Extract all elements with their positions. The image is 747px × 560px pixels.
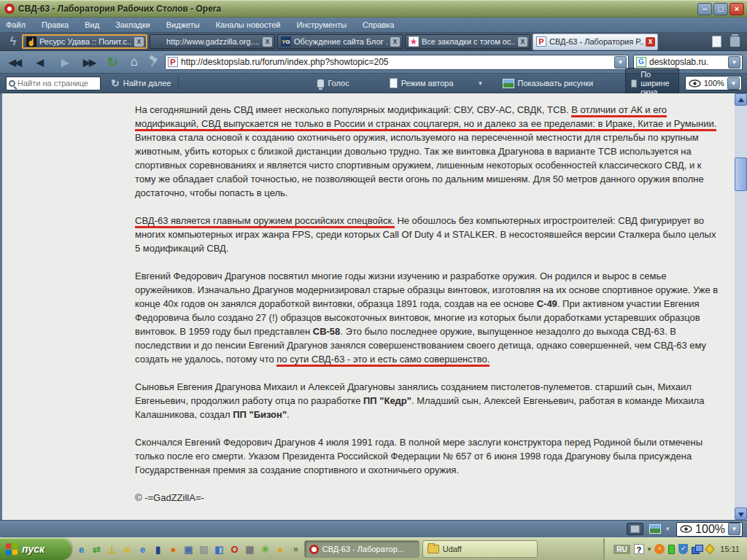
tab-svd63-active[interactable]: P СВД-63 - Лаборатория Р... x	[533, 34, 658, 50]
tab-obsuzhdenie[interactable]: YG Обсуждение сайта Блог ... x	[277, 34, 403, 49]
trash-icon[interactable]	[730, 36, 740, 47]
zoom-dropdown-icon[interactable]: ▼	[727, 77, 740, 90]
find-input[interactable]	[18, 79, 98, 88]
maximize-button[interactable]: □	[713, 3, 728, 15]
task-label: Udaff	[443, 545, 462, 553]
battery-icon[interactable]	[668, 545, 675, 554]
fit-width-label: По ширине окна	[640, 70, 673, 96]
system-tray: RU ? ▾ ‹ ✓ 15:11	[603, 538, 747, 560]
tab-close-icon[interactable]: x	[646, 37, 655, 47]
minimize-button[interactable]: –	[697, 3, 712, 15]
zoom-control-status[interactable]: 100% ▼	[676, 522, 743, 537]
start-button[interactable]: пуск	[0, 538, 71, 560]
zoom-dropdown-icon[interactable]: ▼	[728, 523, 740, 535]
author-mode-label: Режим автора	[401, 79, 454, 88]
collapse-arrow-icon[interactable]: ▾	[648, 545, 651, 553]
bold-text: ПП "Бизон"	[233, 409, 287, 420]
fast-forward-button[interactable]: ▶▶	[79, 57, 99, 68]
images-status-button[interactable]: ▼	[649, 524, 670, 534]
bookmark-star-icon: ★	[409, 36, 419, 47]
tab-label: Ресурс Удава :: Полит.с...	[39, 37, 132, 46]
scrollbar-thumb[interactable]	[735, 158, 747, 191]
firefox-icon[interactable]: ●	[166, 542, 180, 556]
help-icon[interactable]: ?	[634, 544, 644, 554]
back-button[interactable]: ◀	[29, 57, 50, 68]
tab-gadzzilla[interactable]: http://www.gadzzilla.org.... x	[150, 34, 275, 49]
quicklaunch-more-icon[interactable]: »	[290, 544, 301, 554]
quick-access-icon[interactable]: ϟ	[4, 35, 22, 48]
url-text: http://desktopslab.ru/forum/index.php?sh…	[181, 57, 614, 67]
hub-icon[interactable]: ⊥	[105, 542, 119, 556]
network-sharing-icon[interactable]: ⇄	[90, 542, 104, 556]
menu-item-2[interactable]: Правка	[42, 20, 69, 29]
hand-cursor-icon: ☝	[26, 36, 36, 47]
menu-item-7[interactable]: Инструменты	[297, 20, 347, 29]
menu-item-3[interactable]: Вид	[85, 20, 99, 29]
tab-close-icon[interactable]: x	[390, 37, 400, 47]
media-player-icon[interactable]: ▣	[182, 542, 196, 556]
tools-hammer-icon[interactable]	[147, 55, 160, 69]
dictionary-book-icon[interactable]: ▮	[151, 542, 165, 556]
tab-close-icon[interactable]: x	[263, 37, 272, 47]
opera-icon[interactable]: O	[228, 542, 241, 556]
calculator-icon[interactable]: ▦	[243, 542, 257, 556]
tab-close-icon[interactable]: x	[134, 37, 144, 47]
voice-button[interactable]: Голос	[317, 79, 349, 88]
tab-close-icon[interactable]: x	[518, 37, 527, 47]
forward-button[interactable]: ▶	[54, 57, 74, 68]
close-button[interactable]: ×	[729, 3, 744, 15]
opera-icon	[309, 545, 319, 554]
new-page-icon[interactable]	[712, 36, 721, 47]
language-indicator[interactable]: RU	[614, 545, 630, 554]
fit-width-icon	[630, 525, 640, 533]
ie-shortcut-icon[interactable]: e	[136, 542, 150, 556]
paragraph: Скончался Евгений Федорович Драгунов 4 и…	[135, 435, 723, 477]
menu-item-6[interactable]: Каналы новостей	[216, 20, 281, 29]
task-opera-svd63[interactable]: СВД-63 - Лаборатор...	[304, 540, 419, 558]
explorer-folder-icon[interactable]: ■	[120, 542, 134, 556]
find-on-page-input[interactable]	[6, 77, 101, 90]
vertical-scrollbar[interactable]	[735, 93, 747, 520]
ie-icon[interactable]: e	[74, 542, 88, 556]
icq-flower-icon[interactable]: ✳	[258, 542, 272, 556]
chevron-down-icon[interactable]: ▼	[478, 80, 484, 87]
reload-icon[interactable]: ↻	[104, 55, 121, 70]
windows-flag-icon	[6, 542, 18, 556]
show-images-label: Показывать рисунки	[518, 79, 594, 88]
network-monitors-icon[interactable]	[692, 545, 703, 553]
home-icon[interactable]: ⌂	[125, 55, 143, 69]
rewind-button[interactable]: ◀◀	[4, 57, 25, 68]
address-field[interactable]: P http://desktopslab.ru/forum/index.php?…	[165, 55, 629, 70]
chevron-down-icon[interactable]: ▼	[665, 526, 670, 532]
show-images-button[interactable]: Показывать рисунки	[503, 79, 594, 88]
find-next-button[interactable]: ↻ Найти далее	[111, 77, 171, 89]
zoom-control[interactable]: 100% ▼	[685, 76, 742, 90]
menu-item-5[interactable]: Виджеты	[166, 20, 200, 29]
opera-logo-icon	[4, 4, 15, 14]
menu-item-4[interactable]: Закладки	[115, 20, 150, 29]
scroll-down-icon[interactable]	[735, 508, 747, 520]
scroll-up-icon[interactable]	[735, 93, 747, 106]
fit-width-status-button[interactable]	[627, 523, 643, 535]
author-mode-button[interactable]: Режим автора ▼	[390, 78, 484, 88]
menu-item-1[interactable]: Файл	[6, 20, 26, 29]
tab-resurs-udava[interactable]: ☝ Ресурс Удава :: Полит.с... x	[22, 34, 147, 49]
find-next-icon: ↻	[111, 77, 120, 89]
security-shield-icon[interactable]: ✓	[678, 544, 688, 554]
tab-zakladki[interactable]: ★ Все закладки с тэгом ос... x	[405, 34, 530, 49]
messenger-icon[interactable]	[705, 543, 715, 554]
task-udaff-folder[interactable]: Udaff	[422, 540, 538, 558]
menu-item-8[interactable]: Справка	[363, 20, 394, 29]
address-dropdown-icon[interactable]: ▼	[614, 56, 627, 69]
search-dropdown-icon[interactable]: ▼	[728, 56, 740, 69]
paragraph: © -=GadZZillA=-	[135, 491, 723, 505]
bold-text: ПП "Кедр"	[363, 395, 411, 406]
agent-sphere-icon[interactable]: ●	[274, 542, 287, 556]
agent-icon[interactable]: ‹	[654, 544, 665, 554]
printer-icon[interactable]: ▤	[197, 542, 211, 556]
taskbar-clock: 15:11	[720, 545, 740, 553]
computer-icon[interactable]: ◧	[212, 542, 226, 556]
status-bar: ▼ 100% ▼	[0, 520, 747, 537]
task-label: СВД-63 - Лаборатор...	[322, 545, 404, 553]
window-title: СВД-63 - Лаборатория Рабочих Столов - Op…	[18, 4, 697, 14]
